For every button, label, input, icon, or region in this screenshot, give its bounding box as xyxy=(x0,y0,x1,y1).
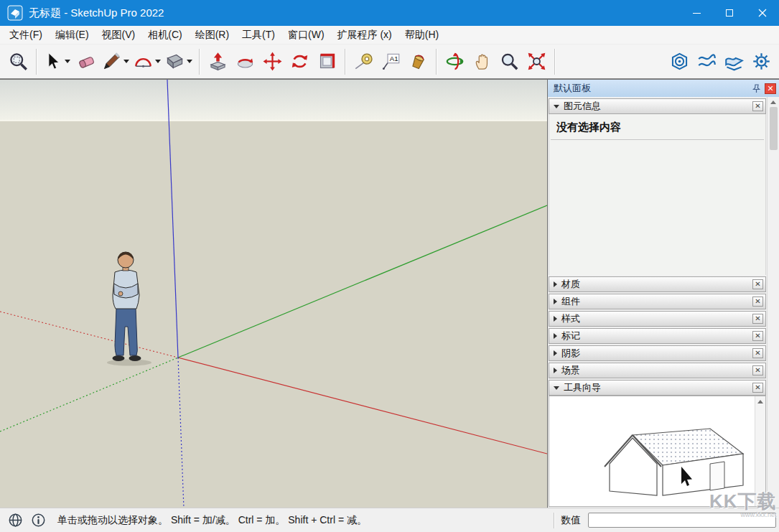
section-label: 工具向导 xyxy=(564,381,601,394)
close-icon[interactable]: ✕ xyxy=(752,383,763,393)
sky xyxy=(0,80,547,121)
circular-arrows-icon xyxy=(290,52,309,71)
close-icon[interactable]: ✕ xyxy=(752,279,763,289)
eraser-tool-button[interactable] xyxy=(73,47,100,77)
orbit-refresh-tool-button[interactable] xyxy=(286,47,313,77)
menu-help[interactable]: 帮助(H) xyxy=(398,26,445,44)
close-icon[interactable]: ✕ xyxy=(752,365,763,375)
close-icon[interactable]: ✕ xyxy=(752,331,763,341)
instructor-content xyxy=(549,396,766,507)
hexagon-target-icon xyxy=(670,52,689,71)
section-header-scenes[interactable]: 场景 ✕ xyxy=(549,363,766,378)
divider xyxy=(554,513,554,528)
scroll-up-icon xyxy=(757,400,763,403)
toolbar-separator xyxy=(345,49,345,75)
viewport-scene xyxy=(0,80,547,508)
tray-title: 默认面板 xyxy=(554,82,591,95)
section-label: 标记 xyxy=(561,330,580,342)
tray-header[interactable]: 默认面板 ✕ xyxy=(548,80,779,97)
menu-draw[interactable]: 绘图(R) xyxy=(189,26,235,44)
select-tool-button[interactable] xyxy=(41,47,73,77)
tray-scrollbar[interactable] xyxy=(767,97,779,508)
close-tray-icon[interactable]: ✕ xyxy=(765,83,776,94)
window-title: 无标题 - SketchUp Pro 2022 xyxy=(29,6,164,20)
close-icon[interactable]: ✕ xyxy=(752,348,763,358)
rectangle-tool-button[interactable] xyxy=(163,47,195,77)
hand-icon xyxy=(472,52,492,71)
section-plane-icon xyxy=(317,52,337,71)
zoom-tool-button[interactable] xyxy=(495,47,523,77)
minimize-button[interactable] xyxy=(680,0,713,26)
sandbox-contours-tool-button[interactable] xyxy=(693,47,720,77)
geolocation-tool-button[interactable] xyxy=(666,47,693,77)
section-header-tags[interactable]: 标记 ✕ xyxy=(549,328,766,344)
sketchup-logo-icon xyxy=(7,5,23,21)
section-header-shadows[interactable]: 阴影 ✕ xyxy=(549,345,766,361)
sandbox-gear-tool-button[interactable] xyxy=(747,47,775,77)
collapse-triangle-icon xyxy=(554,386,559,390)
section-header-styles[interactable]: 样式 ✕ xyxy=(549,311,766,327)
expand-triangle-icon xyxy=(554,368,557,373)
chevron-down-icon[interactable] xyxy=(155,60,161,63)
close-icon[interactable]: ✕ xyxy=(752,297,763,307)
menu-file[interactable]: 文件(F) xyxy=(3,26,49,44)
paint-bucket-tool-button[interactable] xyxy=(404,47,432,77)
measurement-input[interactable] xyxy=(588,513,776,528)
close-button[interactable] xyxy=(746,0,779,26)
menu-camera[interactable]: 相机(C) xyxy=(141,26,188,44)
close-icon[interactable]: ✕ xyxy=(752,314,763,324)
close-icon xyxy=(758,9,767,17)
expand-triangle-icon xyxy=(554,350,557,356)
rotate-icon xyxy=(235,52,255,71)
zoom-extents-icon xyxy=(527,52,546,71)
tape-measure-tool-button[interactable] xyxy=(350,47,377,77)
section-header-components[interactable]: 组件 ✕ xyxy=(549,294,766,309)
pan-tool-button[interactable] xyxy=(468,47,495,77)
section-header-materials[interactable]: 材质 ✕ xyxy=(549,276,766,292)
move-tool-button[interactable] xyxy=(258,47,286,77)
zoom-window-button[interactable] xyxy=(4,47,32,77)
contour-waves-icon xyxy=(697,52,717,71)
section-label: 样式 xyxy=(561,312,580,325)
chevron-down-icon[interactable] xyxy=(123,60,129,63)
orbit-tool-button[interactable] xyxy=(441,47,468,77)
sandbox-smoove-tool-button[interactable] xyxy=(720,47,747,77)
maximize-button[interactable] xyxy=(713,0,746,26)
entity-info-content: 没有选择内容 xyxy=(549,114,766,275)
menu-extensions[interactable]: 扩展程序 (x) xyxy=(331,26,398,44)
instructor-scrollbar[interactable] xyxy=(755,396,765,506)
push-pull-tool-button[interactable] xyxy=(204,47,231,77)
arc-tool-button[interactable] xyxy=(131,47,163,77)
menu-view[interactable]: 视图(V) xyxy=(95,26,142,44)
menu-edit[interactable]: 编辑(E) xyxy=(49,26,95,44)
chevron-down-icon[interactable] xyxy=(65,60,70,63)
modeling-viewport[interactable] xyxy=(0,80,547,508)
close-icon[interactable]: ✕ xyxy=(752,101,763,111)
main-area: 默认面板 ✕ 图元信息 ✕ 没有选择内容 xyxy=(0,79,779,508)
terrain-layers-icon xyxy=(724,52,744,71)
section-header-instructor[interactable]: 工具向导 ✕ xyxy=(549,380,766,396)
menu-window[interactable]: 窗口(W) xyxy=(281,26,331,44)
section-label: 阴影 xyxy=(561,347,580,360)
geolocation-status-icon[interactable] xyxy=(8,513,23,528)
pin-icon[interactable] xyxy=(750,82,762,95)
scrollbar-thumb[interactable] xyxy=(770,107,778,150)
eraser-icon xyxy=(77,52,96,71)
zoom-extents-tool-button[interactable] xyxy=(523,47,550,77)
ground xyxy=(0,121,547,508)
no-selection-message: 没有选择内容 xyxy=(549,114,765,139)
section-plane-tool-button[interactable] xyxy=(313,47,340,77)
section-header-entity-info[interactable]: 图元信息 ✕ xyxy=(549,98,766,114)
chevron-down-icon[interactable] xyxy=(187,60,192,63)
menu-tools[interactable]: 工具(T) xyxy=(235,26,281,44)
text-tool-button[interactable]: A1 xyxy=(377,47,404,77)
info-status-icon[interactable] xyxy=(31,513,46,528)
toolbar-separator xyxy=(199,49,200,75)
toolbar-separator xyxy=(36,49,37,75)
magnifier-icon xyxy=(500,52,519,71)
expand-triangle-icon xyxy=(554,316,557,322)
rotate-tool-button[interactable] xyxy=(231,47,258,77)
paint-bucket-icon xyxy=(409,52,428,71)
line-tool-button[interactable] xyxy=(100,47,131,77)
expand-triangle-icon xyxy=(554,299,557,304)
